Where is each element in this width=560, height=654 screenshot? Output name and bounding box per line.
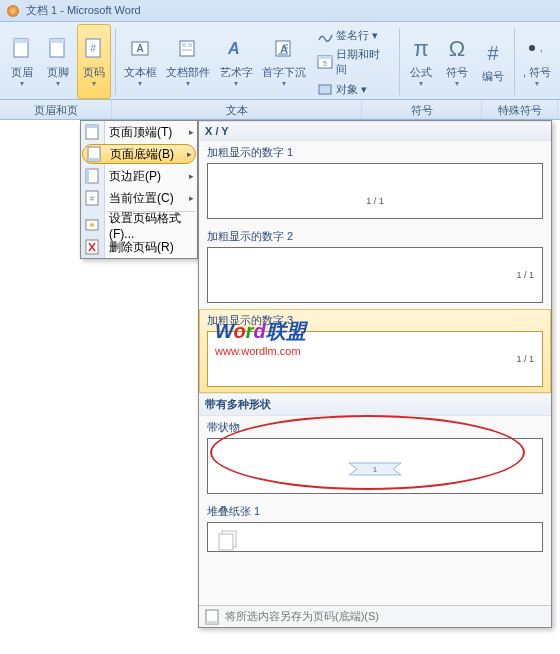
gallery-item[interactable]: 加粗显示的数字 2 1 / 1 <box>199 225 551 309</box>
office-orb-icon[interactable] <box>6 4 20 18</box>
group-symbols: 符号 <box>362 100 482 119</box>
gallery-footer[interactable]: 将所选内容另存为页码(底端)(S) <box>199 605 551 627</box>
dropcap-button[interactable]: 首字下沉▾ <box>259 24 310 99</box>
gallery-item[interactable]: 堆叠纸张 1 <box>199 500 551 558</box>
group-header-footer: 页眉和页 <box>0 100 112 119</box>
gallery-item[interactable]: 加粗显示的数字 1 1 / 1 <box>199 141 551 225</box>
svg-text:1: 1 <box>373 465 378 474</box>
menu-page-format[interactable]: 设置页码格式(F)... <box>81 214 197 236</box>
menu-page-bottom[interactable]: 页面底端(B)▸ <box>82 144 196 164</box>
symbol-button[interactable]: 符号▾ <box>440 24 474 99</box>
number-button[interactable]: 编号 <box>476 24 510 99</box>
doc-parts-button[interactable]: 文档部件▾ <box>163 24 214 99</box>
gallery-thumb <box>207 522 543 552</box>
stacked-paper-icon <box>216 529 242 551</box>
title-bar: 文档 1 - Microsoft Word <box>0 0 560 22</box>
gallery-thumb: 1 / 1 <box>207 331 543 387</box>
menu-page-margin[interactable]: 页边距(P)▸ <box>81 165 197 187</box>
header-button[interactable]: 页眉▾ <box>5 24 39 99</box>
ribbon: 页眉▾ 页脚▾ 页码▾ 文本框▾ 文档部件▾ 艺术字▾ 首字下沉▾ 签名行 ▾ … <box>0 22 560 100</box>
gallery-item-selected[interactable]: 加粗显示的数字 3 1 / 1 <box>199 309 551 393</box>
wordart-button[interactable]: 艺术字▾ <box>216 24 257 99</box>
gallery-thumb: 1 / 1 <box>207 163 543 219</box>
menu-current-position[interactable]: 当前位置(C)▸ <box>81 187 197 209</box>
ribbon-shape-icon: 1 <box>345 459 405 479</box>
svg-point-40 <box>7 5 19 17</box>
page-number-menu: 页面顶端(T)▸ 页面底端(B)▸ 页边距(P)▸ 当前位置(C)▸ 设置页码格… <box>80 120 198 259</box>
textbox-button[interactable]: 文本框▾ <box>120 24 161 99</box>
gallery-category: 带有多种形状 <box>199 393 551 416</box>
group-text: 文本 <box>112 100 362 119</box>
gallery-scroll[interactable]: X / Y 加粗显示的数字 1 1 / 1 加粗显示的数字 2 1 / 1 加粗… <box>199 121 551 605</box>
special-symbol-button[interactable]: , 符号▾ <box>519 24 555 99</box>
save-icon <box>205 609 219 625</box>
footer-button[interactable]: 页脚▾ <box>41 24 75 99</box>
signature-button[interactable]: 签名行 ▾ <box>315 26 392 44</box>
svg-rect-43 <box>219 534 233 550</box>
menu-remove-page-number[interactable]: 删除页码(R) <box>81 236 197 258</box>
gallery-item[interactable]: 带状物 1 <box>199 416 551 500</box>
page-number-gallery: X / Y 加粗显示的数字 1 1 / 1 加粗显示的数字 2 1 / 1 加粗… <box>198 120 552 628</box>
gallery-thumb: 1 / 1 <box>207 247 543 303</box>
gallery-category: X / Y <box>199 121 551 141</box>
group-special: 特殊符号 <box>482 100 558 119</box>
window-title: 文档 1 - Microsoft Word <box>26 3 141 18</box>
menu-page-top[interactable]: 页面顶端(T)▸ <box>81 121 197 143</box>
ribbon-group-bar: 页眉和页 文本 符号 特殊符号 <box>0 100 560 120</box>
datetime-button[interactable]: 日期和时间 <box>315 46 392 78</box>
page-number-button[interactable]: 页码▾ <box>77 24 111 99</box>
object-button[interactable]: 对象 ▾ <box>315 80 392 98</box>
gallery-thumb: 1 <box>207 438 543 494</box>
formula-button[interactable]: 公式▾ <box>404 24 438 99</box>
